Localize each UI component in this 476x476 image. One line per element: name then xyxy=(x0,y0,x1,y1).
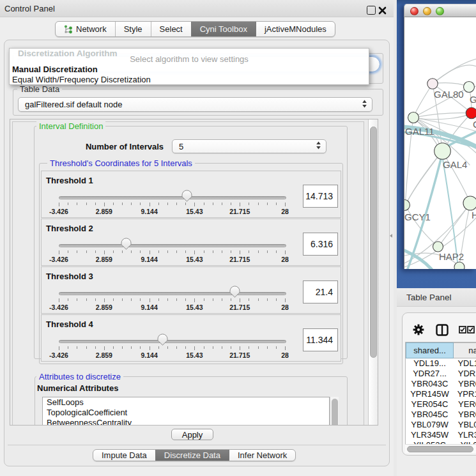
tab-impute-data[interactable]: Impute Data xyxy=(93,450,155,461)
slider-track[interactable] xyxy=(59,196,286,199)
network-node[interactable] xyxy=(434,143,451,160)
network-node-label: GAL11 xyxy=(405,126,434,137)
close-icon[interactable] xyxy=(378,6,387,15)
minimize-traffic-light[interactable] xyxy=(423,7,431,15)
threshold-value-field[interactable]: 6.316 xyxy=(303,233,338,256)
slider-minor-tick xyxy=(131,250,132,253)
tab-discretize-data[interactable]: Discretize Data xyxy=(155,450,229,461)
checkbox-checked-icon[interactable] xyxy=(467,326,475,335)
table-row[interactable]: YBR045CYBR045C xyxy=(406,410,476,420)
slider-minor-tick xyxy=(158,298,159,301)
settings-vertical-scrollbar-thumb[interactable] xyxy=(370,127,377,358)
table-data-combobox[interactable]: galFiltered.sif default node xyxy=(18,97,372,112)
cell-shared-name: YBR045C xyxy=(406,410,454,420)
bottom-tabs: Impute DataDiscretize DataInfer Network xyxy=(93,449,296,461)
slider-track[interactable] xyxy=(59,244,286,247)
slider-track[interactable] xyxy=(59,340,286,343)
slider-minor-tick xyxy=(222,298,222,301)
attributes-list-scrollbar-thumb[interactable] xyxy=(332,399,338,426)
numerical-attributes-list[interactable]: SelfLoopsTopologicalCoefficientBetweenne… xyxy=(42,397,330,426)
cell-shared-name: YBR043C xyxy=(406,379,454,389)
tab-infer-network[interactable]: Infer Network xyxy=(229,450,295,461)
network-edge[interactable] xyxy=(413,113,472,118)
slider-track[interactable] xyxy=(59,292,286,295)
slider-minor-tick xyxy=(204,250,204,253)
table-row[interactable]: YDR27...YDR277C xyxy=(406,369,476,379)
discretization-algorithm-group-title: Discretization Algorithm xyxy=(18,49,118,58)
close-traffic-light[interactable] xyxy=(410,7,418,15)
network-canvas[interactable]: GAL80GAL2CYC1GAL11GAL4GCY1HIS4HAP2 xyxy=(404,17,476,269)
table-row[interactable]: YBL079WYBL079W xyxy=(406,420,476,430)
tab-network[interactable]: Network xyxy=(56,22,115,36)
attributes-group: Attributes to discretize Numerical Attri… xyxy=(35,376,348,426)
network-node[interactable] xyxy=(466,107,476,119)
slider-minor-tick xyxy=(77,298,77,301)
table-horizontal-scrollbar[interactable] xyxy=(405,444,476,453)
table-horizontal-scrollbar-thumb[interactable] xyxy=(407,446,473,452)
table-row[interactable]: YPR145WYPR145W xyxy=(406,389,476,399)
threshold-value-field[interactable]: 11.344 xyxy=(303,328,338,351)
network-node[interactable] xyxy=(464,82,475,93)
network-node[interactable] xyxy=(433,242,443,252)
threshold-value-field[interactable]: 14.713 xyxy=(303,185,338,208)
slider-minor-tick xyxy=(158,346,159,349)
slider-thumb[interactable] xyxy=(157,334,168,346)
tab-cyni-toolbox[interactable]: Cyni Toolbox xyxy=(191,22,256,36)
network-node[interactable] xyxy=(408,112,419,123)
network-edge[interactable] xyxy=(443,159,457,262)
slider-minor-tick xyxy=(213,298,213,301)
table-row[interactable]: YDL19...YDL194W xyxy=(406,358,476,369)
table-row[interactable]: YER054CYER054C xyxy=(406,399,476,410)
table-row[interactable]: YLR345WYLR345W xyxy=(406,430,476,440)
tab-style[interactable]: Style xyxy=(115,22,151,36)
slider-minor-tick xyxy=(204,346,204,349)
table-row[interactable]: YBR043CYBR043C xyxy=(406,379,476,389)
number-of-intervals-value: 5 xyxy=(179,142,183,151)
slider-minor-tick xyxy=(213,203,213,205)
number-of-intervals-combobox[interactable]: 5 xyxy=(172,139,326,153)
slider-thumb[interactable] xyxy=(181,190,192,203)
checkbox-checked-icon[interactable] xyxy=(459,326,466,335)
attributes-list-scrollbar[interactable] xyxy=(330,397,339,426)
table-header-shared-name[interactable]: shared... xyxy=(406,342,454,358)
zoom-traffic-light[interactable] xyxy=(436,7,444,15)
network-node[interactable] xyxy=(463,196,476,210)
tab-select[interactable]: Select xyxy=(151,22,191,36)
popup-item-manual-discretization[interactable]: Manual Discretization xyxy=(10,65,369,75)
slider-minor-tick xyxy=(122,203,123,205)
network-node-label: HIS4 xyxy=(472,210,476,220)
split-divider-arrow-icon[interactable] xyxy=(390,234,392,238)
slider-scale-label: 9.144 xyxy=(134,351,165,359)
split-columns-icon[interactable] xyxy=(436,324,449,338)
slider-major-tick xyxy=(59,298,59,302)
slider-minor-tick xyxy=(77,346,77,349)
slider-thumb[interactable] xyxy=(121,238,132,250)
network-node[interactable] xyxy=(454,262,464,269)
slider-minor-tick xyxy=(86,346,87,349)
popup-item-equal-width-frequency-discretization[interactable]: Equal Width/Frequency Discretization xyxy=(10,75,369,85)
network-edge[interactable] xyxy=(433,59,476,84)
threshold-value-field[interactable]: 21.4 xyxy=(303,280,338,303)
slider-major-tick xyxy=(150,250,150,254)
apply-button[interactable]: Apply xyxy=(171,429,213,440)
network-edge[interactable] xyxy=(433,65,476,84)
table-header-name[interactable]: name xyxy=(454,342,476,358)
network-node[interactable] xyxy=(427,79,438,89)
float-window-icon[interactable] xyxy=(367,6,376,15)
settings-vertical-scrollbar[interactable] xyxy=(368,119,378,425)
attribute-item-betweennesscentrality[interactable]: BetweennessCentrality xyxy=(43,418,329,426)
network-node[interactable] xyxy=(404,200,410,211)
bottom-tab-divider xyxy=(8,445,386,445)
slider-major-tick xyxy=(150,298,150,302)
slider-minor-tick xyxy=(185,250,186,253)
tab-jactivemnodules[interactable]: jActiveMNodules xyxy=(256,22,335,36)
attribute-item-selfloops[interactable]: SelfLoops xyxy=(43,397,329,408)
slider-thumb[interactable] xyxy=(229,286,240,298)
threshold-label: Threshold 4 xyxy=(46,319,93,329)
slider-minor-tick xyxy=(276,346,277,349)
slider-scale-label: -3.426 xyxy=(43,303,75,311)
attribute-item-topologicalcoefficient[interactable]: TopologicalCoefficient xyxy=(43,408,329,418)
slider-scale-label: 15.43 xyxy=(178,256,210,263)
threshold-panel-3: Threshold 3-3.4262.8599.14415.4321.71528… xyxy=(41,266,341,314)
gear-icon[interactable] xyxy=(413,324,424,337)
